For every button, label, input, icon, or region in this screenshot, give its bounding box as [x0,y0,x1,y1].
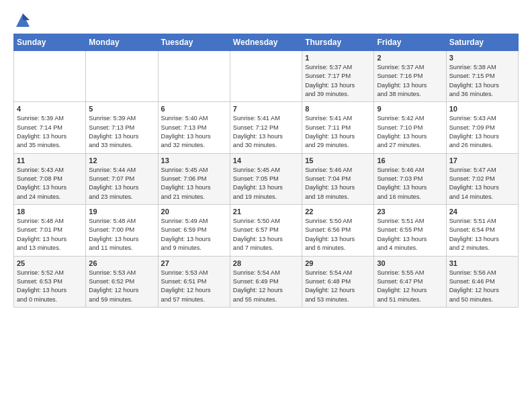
day-info: Sunrise: 5:37 AM Sunset: 7:17 PM Dayligh… [305,63,371,99]
day-cell: 27Sunrise: 5:53 AM Sunset: 6:51 PM Dayli… [158,256,230,307]
day-cell: 28Sunrise: 5:54 AM Sunset: 6:49 PM Dayli… [230,256,302,307]
day-number: 8 [305,105,371,113]
day-number: 26 [89,259,154,267]
day-cell: 18Sunrise: 5:48 AM Sunset: 7:01 PM Dayli… [14,205,86,256]
day-info: Sunrise: 5:46 AM Sunset: 7:04 PM Dayligh… [305,166,371,201]
week-row-2: 11Sunrise: 5:43 AM Sunset: 7:08 PM Dayli… [14,153,519,204]
day-info: Sunrise: 5:41 AM Sunset: 7:12 PM Dayligh… [233,114,299,150]
day-number: 15 [305,156,371,165]
day-cell: 10Sunrise: 5:43 AM Sunset: 7:09 PM Dayli… [446,102,518,153]
svg-marker-1 [23,13,30,20]
calendar-table: SundayMondayTuesdayWednesdayThursdayFrid… [13,34,519,308]
day-info: Sunrise: 5:48 AM Sunset: 7:00 PM Dayligh… [89,217,154,253]
day-cell: 17Sunrise: 5:47 AM Sunset: 7:02 PM Dayli… [446,153,518,204]
day-info: Sunrise: 5:50 AM Sunset: 6:57 PM Dayligh… [233,217,299,253]
day-cell: 7Sunrise: 5:41 AM Sunset: 7:12 PM Daylig… [230,102,302,153]
day-cell: 5Sunrise: 5:39 AM Sunset: 7:13 PM Daylig… [86,102,158,153]
day-cell: 8Sunrise: 5:41 AM Sunset: 7:11 PM Daylig… [302,102,374,153]
header-cell-monday: Monday [86,34,158,51]
day-cell: 9Sunrise: 5:42 AM Sunset: 7:10 PM Daylig… [374,102,446,153]
day-cell: 30Sunrise: 5:55 AM Sunset: 6:47 PM Dayli… [374,256,446,307]
day-info: Sunrise: 5:49 AM Sunset: 6:59 PM Dayligh… [161,217,227,253]
day-number: 3 [449,54,515,62]
day-info: Sunrise: 5:51 AM Sunset: 6:54 PM Dayligh… [449,217,515,253]
day-info: Sunrise: 5:54 AM Sunset: 6:49 PM Dayligh… [233,269,299,304]
day-info: Sunrise: 5:46 AM Sunset: 7:03 PM Dayligh… [377,166,443,201]
day-info: Sunrise: 5:44 AM Sunset: 7:07 PM Dayligh… [89,166,154,201]
day-cell: 6Sunrise: 5:40 AM Sunset: 7:13 PM Daylig… [158,102,230,153]
header-row: SundayMondayTuesdayWednesdayThursdayFrid… [14,34,519,51]
day-info: Sunrise: 5:54 AM Sunset: 6:48 PM Dayligh… [305,269,371,304]
week-row-4: 25Sunrise: 5:52 AM Sunset: 6:53 PM Dayli… [14,256,519,307]
day-info: Sunrise: 5:42 AM Sunset: 7:10 PM Dayligh… [377,114,443,150]
day-info: Sunrise: 5:45 AM Sunset: 7:06 PM Dayligh… [161,166,227,201]
day-number: 14 [233,156,299,165]
day-info: Sunrise: 5:53 AM Sunset: 6:52 PM Dayligh… [89,269,154,304]
day-cell: 22Sunrise: 5:50 AM Sunset: 6:56 PM Dayli… [302,205,374,256]
day-info: Sunrise: 5:53 AM Sunset: 6:51 PM Dayligh… [161,269,227,304]
day-number: 27 [161,259,227,267]
day-cell: 12Sunrise: 5:44 AM Sunset: 7:07 PM Dayli… [86,153,158,204]
day-number: 24 [449,208,515,216]
day-number: 10 [449,105,515,113]
day-cell: 29Sunrise: 5:54 AM Sunset: 6:48 PM Dayli… [302,256,374,307]
day-number: 1 [305,54,371,62]
day-info: Sunrise: 5:52 AM Sunset: 6:53 PM Dayligh… [17,269,83,304]
day-number: 19 [89,208,154,216]
header-cell-thursday: Thursday [302,34,374,51]
day-number: 18 [17,208,83,216]
day-number: 4 [17,105,83,113]
day-info: Sunrise: 5:56 AM Sunset: 6:46 PM Dayligh… [449,269,515,304]
day-info: Sunrise: 5:38 AM Sunset: 7:15 PM Dayligh… [449,63,515,99]
day-cell: 21Sunrise: 5:50 AM Sunset: 6:57 PM Dayli… [230,205,302,256]
day-cell: 1Sunrise: 5:37 AM Sunset: 7:17 PM Daylig… [302,51,374,102]
header-cell-saturday: Saturday [446,34,518,51]
day-info: Sunrise: 5:50 AM Sunset: 6:56 PM Dayligh… [305,217,371,253]
header [13,11,519,30]
day-number: 7 [233,105,299,113]
day-cell: 13Sunrise: 5:45 AM Sunset: 7:06 PM Dayli… [158,153,230,204]
week-row-0: 1Sunrise: 5:37 AM Sunset: 7:17 PM Daylig… [14,51,519,102]
day-cell: 3Sunrise: 5:38 AM Sunset: 7:15 PM Daylig… [446,51,518,102]
day-number: 31 [449,259,515,267]
day-info: Sunrise: 5:48 AM Sunset: 7:01 PM Dayligh… [17,217,83,253]
day-number: 13 [161,156,227,165]
day-info: Sunrise: 5:47 AM Sunset: 7:02 PM Dayligh… [449,166,515,201]
week-row-1: 4Sunrise: 5:39 AM Sunset: 7:14 PM Daylig… [14,102,519,153]
day-cell: 31Sunrise: 5:56 AM Sunset: 6:46 PM Dayli… [446,256,518,307]
day-number: 29 [305,259,371,267]
day-number: 16 [377,156,443,165]
day-number: 20 [161,208,227,216]
day-info: Sunrise: 5:37 AM Sunset: 7:16 PM Dayligh… [377,63,443,99]
day-cell [158,51,230,102]
day-cell: 14Sunrise: 5:45 AM Sunset: 7:05 PM Dayli… [230,153,302,204]
day-number: 11 [17,156,83,165]
day-cell: 19Sunrise: 5:48 AM Sunset: 7:00 PM Dayli… [86,205,158,256]
day-info: Sunrise: 5:55 AM Sunset: 6:47 PM Dayligh… [377,269,443,304]
day-number: 12 [89,156,154,165]
header-cell-tuesday: Tuesday [158,34,230,51]
day-cell [86,51,158,102]
header-cell-sunday: Sunday [14,34,86,51]
day-info: Sunrise: 5:39 AM Sunset: 7:13 PM Dayligh… [89,114,154,150]
day-number: 6 [161,105,227,113]
day-number: 9 [377,105,443,113]
day-number: 28 [233,259,299,267]
day-cell: 26Sunrise: 5:53 AM Sunset: 6:52 PM Dayli… [86,256,158,307]
day-cell: 20Sunrise: 5:49 AM Sunset: 6:59 PM Dayli… [158,205,230,256]
day-info: Sunrise: 5:43 AM Sunset: 7:08 PM Dayligh… [17,166,83,201]
day-number: 17 [449,156,515,165]
day-info: Sunrise: 5:39 AM Sunset: 7:14 PM Dayligh… [17,114,83,150]
day-number: 2 [377,54,443,62]
day-info: Sunrise: 5:45 AM Sunset: 7:05 PM Dayligh… [233,166,299,201]
logo-icon [13,11,32,30]
day-info: Sunrise: 5:51 AM Sunset: 6:55 PM Dayligh… [377,217,443,253]
logo [13,11,35,30]
day-number: 5 [89,105,154,113]
day-cell: 25Sunrise: 5:52 AM Sunset: 6:53 PM Dayli… [14,256,86,307]
day-cell: 24Sunrise: 5:51 AM Sunset: 6:54 PM Dayli… [446,205,518,256]
day-info: Sunrise: 5:41 AM Sunset: 7:11 PM Dayligh… [305,114,371,150]
week-row-3: 18Sunrise: 5:48 AM Sunset: 7:01 PM Dayli… [14,205,519,256]
day-info: Sunrise: 5:40 AM Sunset: 7:13 PM Dayligh… [161,114,227,150]
day-cell: 11Sunrise: 5:43 AM Sunset: 7:08 PM Dayli… [14,153,86,204]
